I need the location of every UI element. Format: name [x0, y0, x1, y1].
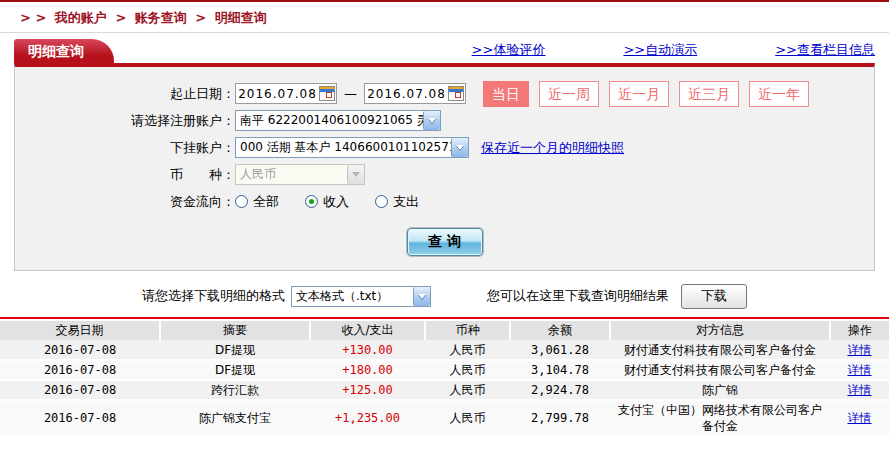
download-button[interactable]: 下载	[681, 284, 747, 309]
flow-option-expense-label: 支出	[393, 193, 419, 211]
currency-select: 人民币	[235, 164, 365, 185]
calendar-icon[interactable]	[319, 86, 335, 101]
detail-link[interactable]: 详情	[848, 343, 872, 357]
header-action: 操作	[830, 321, 889, 340]
flow-option-expense[interactable]: 支出	[375, 193, 419, 211]
cell-summary: 陈广锦支付宝	[160, 400, 310, 436]
table-row: 2016-07-08 DF提现 +130.00 人民币 3,061.28 财付通…	[0, 340, 889, 360]
chevron-down-icon[interactable]	[413, 287, 430, 306]
date-range-row: 起止日期： 2016.07.08 — 2016.07.08 当日 近一周 近一月…	[15, 80, 874, 107]
breadcrumb-separator: >	[195, 10, 206, 25]
currency-value: 人民币	[236, 166, 347, 183]
date-range-label: 起止日期：	[15, 85, 235, 103]
currency-label: 币 种：	[15, 166, 235, 184]
cell-amount: +125.00	[310, 380, 425, 400]
save-snapshot-link[interactable]: 保存近一个月的明细快照	[481, 139, 624, 157]
cell-balance: 3,061.28	[510, 340, 610, 360]
table-row: 2016-07-08 跨行汇款 +125.00 人民币 2,924.78 陈广锦…	[0, 380, 889, 400]
flow-option-all[interactable]: 全部	[235, 193, 279, 211]
radio-checked-icon[interactable]	[305, 195, 318, 208]
cell-counterparty: 财付通支付科技有限公司客户备付金	[610, 340, 830, 360]
download-format-select[interactable]: 文本格式（.txt）	[291, 286, 431, 307]
cell-currency: 人民币	[425, 400, 510, 436]
sub-account-select[interactable]: 000 活期 基本户 1406600101102571848	[235, 137, 469, 158]
detail-link[interactable]: 详情	[848, 363, 872, 377]
table-row: 2016-07-08 陈广锦支付宝 +1,235.00 人民币 2,799.78…	[0, 400, 889, 436]
tab-detail-query[interactable]: 明细查询	[14, 39, 114, 63]
radio-icon[interactable]	[375, 195, 388, 208]
download-format-value: 文本格式（.txt）	[292, 288, 413, 305]
currency-row: 币 种： 人民币	[15, 161, 874, 188]
column-info-link[interactable]: >>查看栏目信息	[775, 41, 875, 59]
quick-range-month-button[interactable]: 近一月	[609, 81, 669, 107]
cell-counterparty: 陈广锦	[610, 380, 830, 400]
registered-account-select[interactable]: 南平 6222001406100921065 灵通卡	[235, 110, 441, 131]
top-accent-line	[0, 0, 889, 2]
detail-link[interactable]: 详情	[848, 411, 872, 425]
cell-counterparty: 支付宝（中国）网络技术有限公司客户备付金	[610, 400, 830, 436]
divider	[0, 32, 889, 33]
breadcrumb-item-my-account[interactable]: 我的账户	[55, 10, 107, 25]
flow-option-income-label: 收入	[323, 193, 349, 211]
chevron-down-icon	[347, 165, 364, 184]
cell-trade-date: 2016-07-08	[0, 380, 160, 400]
cell-currency: 人民币	[425, 340, 510, 360]
radio-icon[interactable]	[235, 195, 248, 208]
registered-account-row: 请选择注册账户： 南平 6222001406100921065 灵通卡	[15, 107, 874, 134]
cell-balance: 3,104.78	[510, 360, 610, 380]
sub-account-label: 下挂账户：	[15, 139, 235, 157]
breadcrumb-separator: >	[115, 10, 126, 25]
cell-trade-date: 2016-07-08	[0, 360, 160, 380]
tab-row: 明细查询 >>体验评价 >>自动演示 >>查看栏目信息	[14, 39, 875, 63]
registered-account-value: 南平 6222001406100921065 灵通卡	[236, 112, 423, 129]
flow-direction-label: 资金流向：	[15, 193, 235, 211]
quick-range-week-button[interactable]: 近一周	[539, 81, 599, 107]
table-header-row: 交易日期 摘要 收入/支出 币种 余额 对方信息 操作	[0, 321, 889, 340]
experience-rating-link[interactable]: >>体验评价	[472, 41, 546, 59]
quick-range-today-button[interactable]: 当日	[483, 81, 529, 107]
header-trade-date: 交易日期	[0, 321, 160, 340]
calendar-icon[interactable]	[448, 86, 464, 101]
query-form-panel: 起止日期： 2016.07.08 — 2016.07.08 当日 近一周 近一月…	[14, 63, 875, 271]
cell-counterparty: 财付通支付科技有限公司客户备付金	[610, 360, 830, 380]
sub-account-row: 下挂账户： 000 活期 基本户 1406600101102571848 保存近…	[15, 134, 874, 161]
breadcrumb: > > 我的账户 > 账务查询 > 明细查询	[20, 9, 889, 27]
start-date-input[interactable]: 2016.07.08	[235, 83, 337, 104]
header-income-expense: 收入/支出	[310, 321, 425, 340]
quick-range-year-button[interactable]: 近一年	[749, 81, 809, 107]
sub-account-value: 000 活期 基本户 1406600101102571848	[236, 139, 451, 156]
quick-range-3months-button[interactable]: 近三月	[679, 81, 739, 107]
flow-direction-row: 资金流向： 全部 收入 支出	[15, 188, 874, 215]
end-date-value: 2016.07.08	[365, 87, 448, 101]
table-top-rule	[0, 317, 889, 319]
cell-trade-date: 2016-07-08	[0, 340, 160, 360]
transactions-tbody: 2016-07-08 DF提现 +130.00 人民币 3,061.28 财付通…	[0, 340, 889, 436]
cell-currency: 人民币	[425, 380, 510, 400]
cell-amount: +180.00	[310, 360, 425, 380]
chevron-down-icon[interactable]	[451, 138, 468, 157]
cell-summary: DF提现	[160, 340, 310, 360]
download-row: 请您选择下载明细的格式 文本格式（.txt） 您可以在这里下载查询明细结果 下载	[0, 283, 889, 309]
start-date-value: 2016.07.08	[236, 87, 319, 101]
end-date-input[interactable]: 2016.07.08	[364, 83, 466, 104]
header-summary: 摘要	[160, 321, 310, 340]
breadcrumb-item-account-query[interactable]: 账务查询	[135, 10, 187, 25]
cell-trade-date: 2016-07-08	[0, 400, 160, 436]
breadcrumb-prefix: > >	[20, 10, 46, 25]
download-hint: 您可以在这里下载查询明细结果	[487, 287, 669, 305]
query-button[interactable]: 查 询	[407, 228, 483, 256]
header-balance: 余额	[510, 321, 610, 340]
detail-link[interactable]: 详情	[848, 383, 872, 397]
cell-amount: +1,235.00	[310, 400, 425, 436]
download-format-label: 请您选择下载明细的格式	[142, 287, 285, 305]
cell-currency: 人民币	[425, 360, 510, 380]
breadcrumb-item-detail-query[interactable]: 明细查询	[215, 10, 267, 25]
flow-option-income[interactable]: 收入	[305, 193, 349, 211]
header-links: >>体验评价 >>自动演示 >>查看栏目信息	[394, 41, 875, 63]
header-currency: 币种	[425, 321, 510, 340]
cell-summary: DF提现	[160, 360, 310, 380]
chevron-down-icon[interactable]	[423, 111, 440, 130]
auto-demo-link[interactable]: >>自动演示	[623, 41, 697, 59]
cell-balance: 2,799.78	[510, 400, 610, 436]
cell-amount: +130.00	[310, 340, 425, 360]
